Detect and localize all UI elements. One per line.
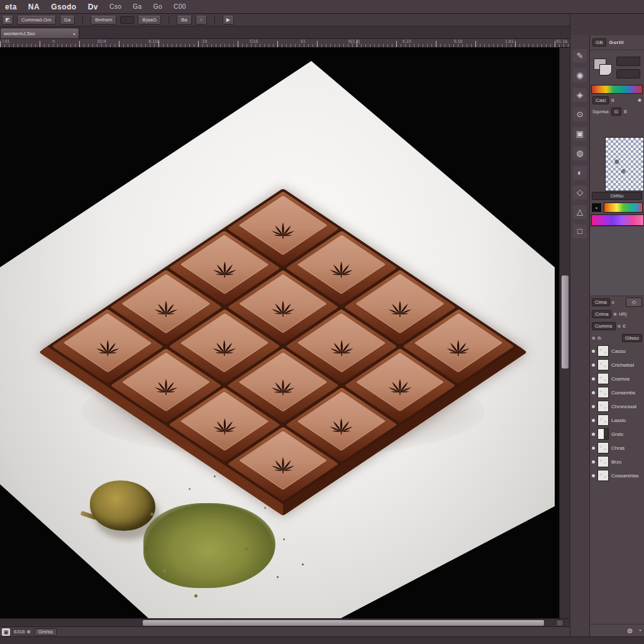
plus-icon[interactable]: ⊕ — [613, 312, 617, 317]
layer-thumbnail[interactable] — [597, 387, 609, 398]
extra-options-button[interactable]: ▫ — [196, 16, 207, 25]
layer-row[interactable]: Chroncssst — [590, 399, 644, 413]
layer-thumbnail[interactable] — [597, 456, 609, 467]
tool-preset-icon[interactable]: ◩ — [2, 16, 13, 25]
visibility-dot-icon[interactable] — [592, 433, 595, 436]
horizontal-ruler: l.91 n 61/4 6.116 19 G16 61 6(1.9) 6.10 … — [0, 39, 570, 48]
row-a-chip[interactable]: Casi — [592, 96, 609, 104]
scrollbar-end-button[interactable]: · — [556, 619, 564, 626]
visibility-dot-icon[interactable] — [592, 419, 595, 422]
document-info-chip[interactable]: Gm/ss — [35, 628, 57, 636]
panel-row-a: Casi B ◉ — [590, 94, 644, 106]
tool-icon-7[interactable]: ◐ — [573, 166, 587, 180]
tool-icon-1[interactable]: ✎ — [573, 49, 587, 63]
menu-item[interactable]: eta — [5, 3, 17, 11]
document-tab[interactable]: wontermJ.5xo ● — [0, 28, 79, 38]
menu-item[interactable]: Dv — [88, 3, 98, 11]
layer-style-icon[interactable] — [594, 58, 613, 76]
tool-icon-9[interactable]: △ — [573, 205, 587, 219]
row-b-chip[interactable]: G — [611, 108, 621, 116]
menu-item[interactable]: Go — [153, 3, 162, 10]
tool-icon-8[interactable]: ◇ — [573, 186, 587, 199]
layer-thumbnail[interactable] — [597, 428, 609, 440]
vertical-scrollbar[interactable] — [559, 48, 570, 618]
menu-item[interactable]: Ga — [133, 3, 142, 10]
tab-close-icon[interactable]: ● — [73, 31, 75, 36]
visibility-dot-icon[interactable] — [592, 377, 595, 380]
shield-icon[interactable]: ◇ — [626, 297, 642, 307]
flyout-arrow-icon[interactable]: ▶ — [223, 16, 234, 25]
layer-row[interactable]: Consembs — [590, 386, 644, 399]
status-badge-icon[interactable]: ▣ — [2, 628, 10, 636]
panel-input-field[interactable] — [616, 57, 640, 66]
fill-chip[interactable]: Gilsso — [622, 334, 642, 342]
black-swatch[interactable]: ▪ — [591, 203, 602, 213]
mode-button[interactable]: Ga — [60, 16, 75, 25]
visibility-dot-icon[interactable] — [592, 350, 595, 353]
options-dropdown[interactable] — [120, 16, 134, 24]
layer-thumbnail[interactable] — [597, 470, 609, 481]
cannabis-leaf-icon — [321, 329, 362, 357]
layer-label: Consembs — [611, 390, 635, 396]
color-spectrum-bar[interactable] — [591, 85, 643, 94]
layer-row-selected[interactable]: Grslo — [590, 427, 644, 441]
canvas-viewport[interactable] — [0, 48, 559, 618]
minus-icon[interactable]: ⊖ — [618, 324, 621, 329]
window-bottom-strip — [0, 636, 644, 644]
lock-chip[interactable]: Comms — [592, 322, 616, 330]
tool-icon-10[interactable]: □ — [573, 225, 587, 238]
tool-icon-2[interactable]: ◉ — [573, 69, 587, 82]
panel-tab-label[interactable]: Gorill — [609, 40, 624, 45]
layers-header-row-3: Comms ⊖ E — [590, 320, 644, 332]
transparency-checker-thumbnail[interactable] — [605, 137, 644, 191]
tool-icon-5[interactable]: ▣ — [573, 127, 587, 141]
vertical-scrollbar-thumb[interactable] — [562, 275, 569, 369]
visibility-dot-icon[interactable] — [592, 460, 595, 464]
size-button[interactable]: Ba — [177, 16, 192, 25]
layer-thumbnail[interactable] — [597, 359, 609, 370]
layer-thumbnail[interactable] — [597, 442, 609, 453]
layer-row[interactable]: Crichwlsst — [590, 358, 644, 372]
visibility-dot-icon[interactable] — [592, 405, 595, 408]
blend-dropdown-button[interactable]: B|aaG — [138, 16, 161, 25]
menu-item[interactable]: NA — [28, 3, 40, 11]
delete-item-icon[interactable]: ◔ — [638, 627, 641, 634]
layer-row[interactable]: Chras — [590, 441, 644, 455]
brush-settings-button[interactable]: Bmhsm — [91, 16, 116, 25]
visibility-dot-icon[interactable] — [592, 474, 595, 477]
opacity-chip[interactable]: Crima — [592, 310, 611, 318]
layer-row[interactable]: Cossarshiss — [590, 469, 644, 482]
spectrum-gradient[interactable] — [604, 203, 643, 213]
horizontal-scrollbar[interactable]: · — [0, 618, 570, 626]
layers-menu-chip[interactable]: Cima — [592, 298, 610, 306]
tool-icon-3[interactable]: ◈ — [573, 88, 587, 102]
layer-row[interactable]: Lasslo — [590, 413, 644, 427]
menu-item[interactable]: Cso — [109, 3, 121, 10]
preset-picker-button[interactable]: Cummad.Gm — [17, 16, 56, 25]
eye-icon[interactable]: ◉ — [638, 97, 641, 103]
visibility-dot-icon[interactable] — [592, 447, 595, 450]
tool-strip: ✎ ◉ ◈ ⊙ ▣ ◍ ◐ ◇ △ □ — [570, 35, 590, 636]
panel-tab-gb[interactable]: GB — [592, 38, 606, 47]
layer-row[interactable]: Casso — [590, 344, 644, 358]
new-item-icon[interactable]: ◍ — [627, 627, 633, 634]
visibility-dot-icon[interactable] — [592, 391, 595, 394]
layer-row[interactable]: Brzu — [590, 455, 644, 469]
cannabis-leaf-icon — [262, 447, 304, 474]
tool-icon-4[interactable]: ⊙ — [573, 108, 587, 121]
tool-options-bar: ◩ Cummad.Gm Ga Bmhsm B|aaG Ba ▫ ▶ — [0, 14, 570, 26]
layer-thumbnail[interactable] — [597, 414, 609, 426]
magenta-gradient[interactable] — [591, 214, 644, 226]
fill-small: /b — [597, 336, 601, 340]
visibility-dot-icon[interactable] — [592, 364, 595, 367]
horizontal-scrollbar-thumb[interactable] — [143, 620, 544, 626]
tool-icon-6[interactable]: ◍ — [573, 147, 587, 160]
add-icon[interactable]: ⊕ — [592, 336, 596, 341]
layer-row[interactable]: Cosmos — [590, 372, 644, 386]
menu-item[interactable]: C00 — [174, 3, 186, 10]
panel-input-field[interactable] — [616, 69, 640, 79]
menu-item[interactable]: Gsodo — [51, 3, 77, 11]
layer-thumbnail[interactable] — [597, 373, 609, 384]
layer-thumbnail[interactable] — [597, 401, 609, 412]
layer-thumbnail[interactable] — [597, 345, 609, 357]
